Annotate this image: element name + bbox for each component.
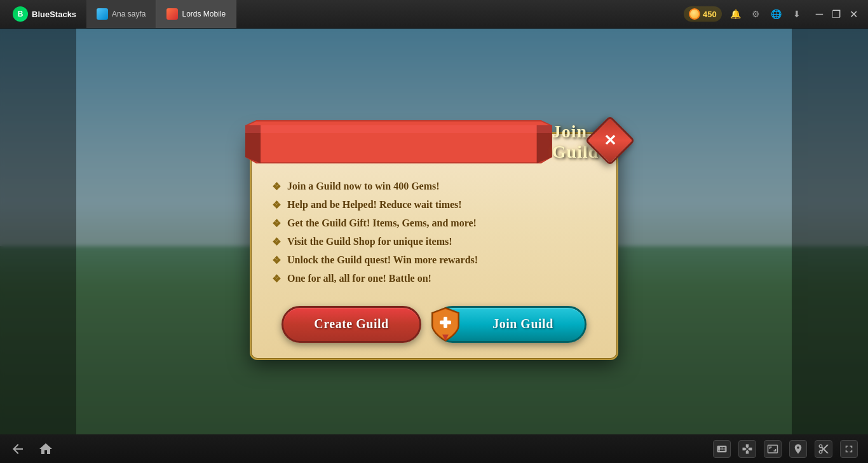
benefit-text-4: Visit the Guild Shop for unique items! bbox=[287, 236, 452, 247]
restore-button[interactable]: ❐ bbox=[832, 8, 841, 20]
coins-badge: 450 bbox=[684, 6, 722, 22]
home-tab-icon bbox=[97, 8, 108, 20]
create-guild-button[interactable]: Create Guild bbox=[281, 306, 421, 343]
minimize-button[interactable]: ─ bbox=[816, 8, 823, 20]
benefit-item-3: ❖ Get the Guild Gift! Items, Gems, and m… bbox=[272, 214, 596, 233]
taskbar-right bbox=[713, 440, 858, 458]
settings-icon[interactable]: ⚙ bbox=[750, 8, 763, 20]
bullet-2: ❖ bbox=[272, 199, 281, 211]
resize-button[interactable] bbox=[764, 440, 782, 458]
benefit-text-5: Unlock the Guild quest! Win more rewards… bbox=[287, 254, 478, 266]
download-icon[interactable]: ⬇ bbox=[790, 8, 803, 20]
expand-button[interactable] bbox=[840, 440, 858, 458]
join-guild-icon-wrapper bbox=[429, 305, 462, 343]
brand-name: BlueStacks bbox=[32, 10, 76, 19]
tab-container: Ana sayfa Lords Mobile bbox=[86, 0, 236, 28]
coins-amount: 450 bbox=[703, 10, 717, 19]
benefit-text-3: Get the Guild Gift! Items, Gems, and mor… bbox=[287, 218, 477, 229]
benefit-text-1: Join a Guild now to win 400 Gems! bbox=[287, 181, 440, 192]
scissor-button[interactable] bbox=[815, 440, 832, 458]
bluestacks-icon: B bbox=[13, 6, 28, 22]
titlebar: B BlueStacks Ana sayfa Lords Mobile 450 … bbox=[0, 0, 868, 29]
brand-logo: B BlueStacks bbox=[5, 6, 84, 22]
window-controls: ─ ❐ ✕ bbox=[816, 8, 858, 20]
benefit-text-6: One for all, all for one! Battle on! bbox=[287, 273, 431, 284]
home-button[interactable] bbox=[38, 441, 53, 457]
benefit-item-4: ❖ Visit the Guild Shop for unique items! bbox=[272, 233, 596, 251]
coin-icon bbox=[689, 8, 700, 20]
join-guild-wrapper: Join Guild bbox=[434, 306, 587, 343]
modal-title-banner: Join Guild bbox=[245, 120, 623, 163]
modal-buttons: Create Guild bbox=[272, 306, 596, 343]
join-guild-modal: Join Guild ✕ ❖ Join a Guild now to win 4… bbox=[250, 132, 618, 360]
taskbar bbox=[0, 434, 868, 463]
tab-home[interactable]: Ana sayfa bbox=[86, 0, 156, 28]
bullet-1: ❖ bbox=[272, 181, 281, 193]
map-button[interactable] bbox=[789, 440, 807, 458]
modal-body: ❖ Join a Guild now to win 400 Gems! ❖ He… bbox=[252, 167, 616, 358]
close-diamond: ✕ bbox=[585, 115, 635, 165]
benefit-item-2: ❖ Help and be Helped! Reduce wait times! bbox=[272, 196, 596, 214]
benefit-item-1: ❖ Join a Guild now to win 400 Gems! bbox=[272, 177, 596, 196]
guild-benefits-list: ❖ Join a Guild now to win 400 Gems! ❖ He… bbox=[272, 177, 596, 288]
benefit-item-5: ❖ Unlock the Guild quest! Win more rewar… bbox=[272, 251, 596, 270]
shield-plus-icon bbox=[431, 307, 460, 342]
game-area: Join Guild ✕ ❖ Join a Guild now to win 4… bbox=[0, 29, 868, 463]
bullet-4: ❖ bbox=[272, 236, 281, 248]
gamepad-button[interactable] bbox=[738, 440, 756, 458]
close-x-icon: ✕ bbox=[604, 133, 616, 148]
benefit-item-6: ❖ One for all, all for one! Battle on! bbox=[272, 270, 596, 288]
taskbar-left bbox=[10, 441, 53, 457]
svg-rect-6 bbox=[440, 321, 451, 324]
back-button[interactable] bbox=[10, 441, 25, 457]
tab-lords-mobile[interactable]: Lords Mobile bbox=[156, 0, 236, 28]
network-icon[interactable]: 🌐 bbox=[770, 8, 783, 20]
svg-marker-4 bbox=[245, 125, 552, 133]
benefit-text-2: Help and be Helped! Reduce wait times! bbox=[287, 199, 462, 211]
titlebar-right: 450 🔔 ⚙ 🌐 ⬇ ─ ❐ ✕ bbox=[684, 6, 863, 22]
modal-close-button[interactable]: ✕ bbox=[592, 123, 628, 158]
modal-overlay: Join Guild ✕ ❖ Join a Guild now to win 4… bbox=[0, 29, 868, 463]
bullet-3: ❖ bbox=[272, 218, 281, 230]
tab-home-label: Ana sayfa bbox=[112, 10, 146, 18]
banner-svg bbox=[245, 120, 552, 163]
tab-lords-mobile-label: Lords Mobile bbox=[182, 10, 226, 18]
game-tab-icon bbox=[166, 8, 178, 20]
bullet-6: ❖ bbox=[272, 273, 281, 285]
close-button[interactable]: ✕ bbox=[850, 8, 858, 20]
bullet-5: ❖ bbox=[272, 254, 281, 266]
notification-icon[interactable]: 🔔 bbox=[729, 8, 742, 20]
keyboard-button[interactable] bbox=[713, 440, 731, 458]
